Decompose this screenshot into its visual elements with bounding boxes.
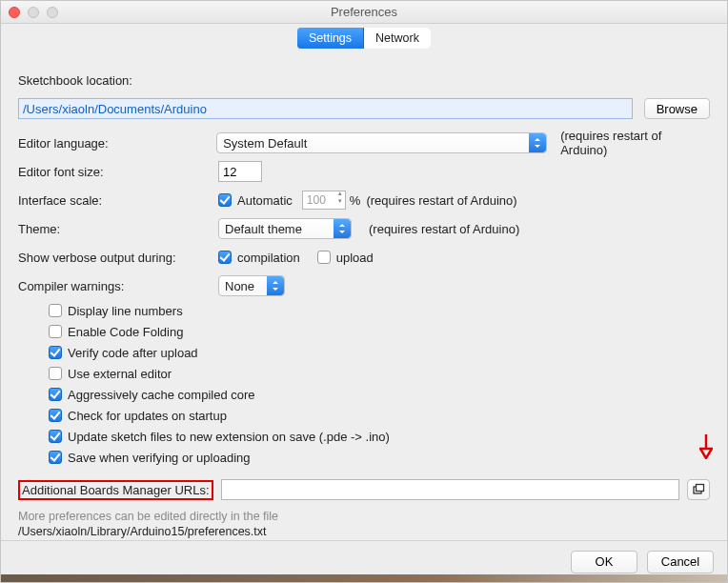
font-size-input[interactable] xyxy=(218,161,262,182)
compilation-checkbox[interactable] xyxy=(218,251,232,264)
preferences-file-path: /Users/xiaoln/Library/Arduino15/preferen… xyxy=(18,525,710,538)
editor-language-label: Editor language: xyxy=(18,136,216,151)
interface-scale-hint: (requires restart of Arduino) xyxy=(366,193,516,208)
editor-language-hint: (requires restart of Arduino) xyxy=(560,129,710,157)
sketchbook-location-input[interactable] xyxy=(18,98,633,119)
additional-urls-input[interactable] xyxy=(221,479,679,500)
automatic-scale-checkbox[interactable] xyxy=(218,193,232,207)
additional-urls-label: Additional Boards Manager URLs: xyxy=(22,483,210,497)
browse-button[interactable]: Browse xyxy=(644,98,710,119)
compilation-text: compilation xyxy=(237,251,300,265)
display-line-numbers-checkbox[interactable] xyxy=(49,304,62,317)
chevron-updown-icon xyxy=(529,133,546,152)
option-label: Verify code after upload xyxy=(68,346,198,360)
automatic-scale-text: Automatic xyxy=(237,193,293,208)
enable-code-folding-checkbox[interactable] xyxy=(49,325,62,338)
percent-sign: % xyxy=(350,193,361,208)
theme-value: Default theme xyxy=(225,222,302,236)
svg-rect-1 xyxy=(697,485,704,492)
title-bar: Preferences xyxy=(1,1,727,24)
option-label: Use external editor xyxy=(68,367,172,381)
tab-network[interactable]: Network xyxy=(364,28,431,49)
sketchbook-location-label: Sketchbook location: xyxy=(18,73,132,88)
upload-text: upload xyxy=(336,251,374,265)
update-sketch-ext-checkbox[interactable] xyxy=(49,430,62,443)
tab-settings[interactable]: Settings xyxy=(297,28,364,49)
option-label: Check for updates on startup xyxy=(68,409,227,423)
chevron-updown-icon xyxy=(267,276,284,295)
compiler-warnings-label: Compiler warnings: xyxy=(18,279,218,293)
editor-language-select[interactable]: System Default xyxy=(216,132,547,153)
theme-select[interactable]: Default theme xyxy=(218,218,352,239)
editor-language-value: System Default xyxy=(223,136,307,151)
options-list: Display line numbers Enable Code Folding… xyxy=(49,300,710,468)
font-size-label: Editor font size: xyxy=(18,165,218,179)
use-external-editor-checkbox[interactable] xyxy=(49,367,62,380)
tabs-group: Settings Network xyxy=(297,28,431,49)
ok-button[interactable]: OK xyxy=(571,551,637,573)
cancel-button[interactable]: Cancel xyxy=(647,551,714,573)
scale-percent-input[interactable]: 100 xyxy=(302,191,346,210)
check-updates-startup-checkbox[interactable] xyxy=(49,409,62,422)
option-label: Save when verifying or uploading xyxy=(68,451,251,465)
upload-checkbox[interactable] xyxy=(317,251,331,264)
chevron-updown-icon xyxy=(334,219,351,238)
verbose-label: Show verbose output during: xyxy=(18,251,218,265)
compiler-warnings-select[interactable]: None xyxy=(218,275,285,296)
option-label: Enable Code Folding xyxy=(68,325,183,339)
interface-scale-label: Interface scale: xyxy=(18,193,218,208)
tab-bar: Settings Network xyxy=(1,24,727,52)
footer-hint-1: More preferences can be edited directly … xyxy=(18,508,710,525)
sketchbook-label-row: Sketchbook location: xyxy=(18,66,710,94)
theme-label: Theme: xyxy=(18,222,218,236)
window-title: Preferences xyxy=(1,5,727,19)
verify-code-after-upload-checkbox[interactable] xyxy=(49,346,62,359)
preferences-window: Preferences Settings Network Sketchbook … xyxy=(0,0,728,583)
background-strip xyxy=(1,574,727,582)
window-stack-icon xyxy=(692,483,705,496)
theme-hint: (requires restart of Arduino) xyxy=(369,222,519,236)
aggressively-cache-checkbox[interactable] xyxy=(49,388,62,401)
option-label: Display line numbers xyxy=(68,304,183,318)
save-when-verifying-checkbox[interactable] xyxy=(49,451,62,464)
settings-panel: Sketchbook location: Browse Editor langu… xyxy=(10,58,718,540)
additional-urls-label-highlighted: Additional Boards Manager URLs: xyxy=(18,480,213,500)
option-label: Update sketch files to new extension on … xyxy=(68,430,390,444)
option-label: Aggressively cache compiled core xyxy=(68,388,255,402)
compiler-warnings-value: None xyxy=(225,279,254,293)
open-urls-editor-button[interactable] xyxy=(687,479,710,500)
